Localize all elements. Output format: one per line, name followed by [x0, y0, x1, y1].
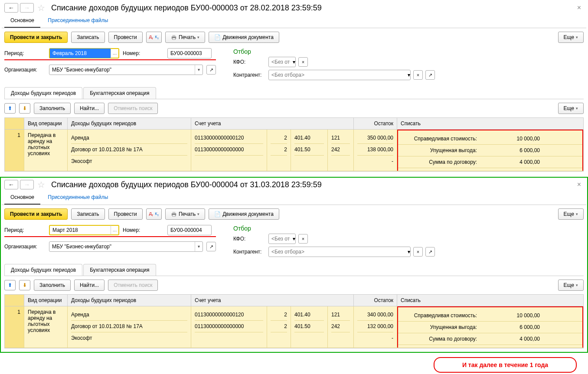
save-button[interactable]: Записать [71, 208, 105, 220]
tab-accounting-op[interactable]: Бухгалтерская операция [83, 87, 156, 99]
th-operation: Вид операции [24, 295, 68, 306]
period-picker-icon[interactable]: … [111, 225, 118, 235]
period-input[interactable] [50, 49, 111, 58]
th-rest: Остаток [354, 118, 397, 129]
write-value: 6 000,00 [480, 145, 543, 156]
kfo-dropdown-icon[interactable]: ▾ [293, 59, 295, 65]
org-dropdown-icon[interactable]: ▾ [195, 65, 203, 75]
counterparty-clear-button[interactable]: × [413, 70, 423, 80]
find-button[interactable]: Найти... [74, 103, 105, 114]
close-icon[interactable]: × [575, 4, 584, 12]
table-row[interactable]: 1 Передача варенду нальготныхусловиях Ар… [5, 130, 583, 171]
number-input[interactable] [168, 225, 211, 235]
fill-button[interactable]: Заполнить [34, 280, 71, 291]
cell-operation: Передача варенду нальготныхусловиях [24, 130, 68, 171]
kfo-clear-button[interactable]: × [298, 234, 308, 244]
find-button[interactable]: Найти... [74, 280, 105, 291]
close-icon[interactable]: × [575, 181, 584, 189]
document-title: Списание доходов будущих периодов БУ00-0… [51, 180, 322, 189]
th-operation: Вид операции [24, 118, 68, 129]
nav-forward-button[interactable]: → [20, 3, 34, 13]
post-button[interactable]: Провести [108, 208, 143, 220]
counterparty-open-button[interactable]: ↗ [425, 70, 435, 80]
org-open-button[interactable]: ↗ [206, 65, 216, 75]
period-input-wrap[interactable]: … [49, 48, 119, 59]
kfo-clear-button[interactable]: × [298, 57, 308, 67]
table-more-button[interactable]: Еще [558, 280, 584, 291]
period-input-wrap[interactable]: … [49, 225, 119, 235]
table-header: Вид операции Доходы будущих периодов Сче… [5, 118, 583, 130]
tab-future-income[interactable]: Доходы будущих периодов [4, 87, 82, 99]
dtcr-icon-button[interactable]: ДтКт [146, 208, 162, 220]
print-button[interactable]: Печать [165, 208, 205, 220]
print-button[interactable]: Печать [165, 32, 205, 43]
org-input[interactable] [49, 65, 195, 75]
favorite-icon[interactable]: ☆ [37, 179, 45, 190]
number-label: Номер: [123, 50, 164, 56]
org-input[interactable] [49, 242, 195, 251]
org-open-button[interactable]: ↗ [206, 242, 216, 251]
svg-rect-4 [172, 212, 175, 213]
tab-future-income[interactable]: Доходы будущих периодов [4, 264, 82, 276]
org-dropdown-icon[interactable]: ▾ [195, 242, 203, 251]
post-and-close-button[interactable]: Провести и закрыть [4, 32, 68, 43]
counterparty-clear-button[interactable]: × [413, 247, 423, 257]
write-label: Справедливая стоимость: [398, 310, 480, 321]
move-up-button[interactable]: ⬆ [4, 103, 16, 114]
number-input[interactable] [168, 49, 211, 58]
number-input-wrap[interactable] [167, 48, 212, 59]
counterparty-input-wrap[interactable]: ▾ [268, 247, 411, 257]
tab-accounting-op[interactable]: Бухгалтерская операция [83, 264, 156, 276]
counterparty-label: Контрагент: [233, 249, 266, 255]
write-label: Сумма по договору: [398, 333, 480, 345]
fill-button[interactable]: Заполнить [34, 103, 71, 114]
nav-back-button[interactable]: ← [4, 3, 18, 13]
more-button[interactable]: Еще [558, 208, 584, 220]
movements-button[interactable]: 📄 Движения документа [209, 208, 279, 220]
org-label: Организация: [4, 67, 46, 73]
org-input-wrap[interactable]: ▾ [49, 241, 203, 252]
counterparty-input-wrap[interactable]: ▾ [268, 70, 411, 80]
nav-tab-files[interactable]: Присоединенные файлы [42, 14, 114, 27]
counterparty-input[interactable] [269, 70, 408, 80]
print-icon [171, 211, 177, 217]
table-row[interactable]: 1 Передача варенду нальготныхусловиях Ар… [5, 306, 583, 348]
table-more-button[interactable]: Еще [558, 103, 584, 114]
nav-tab-main[interactable]: Основное [4, 191, 40, 205]
movements-button[interactable]: 📄 Движения документа [209, 32, 279, 43]
more-button[interactable]: Еще [558, 32, 584, 43]
move-down-button[interactable]: ⬇ [19, 103, 30, 114]
nav-back-button[interactable]: ← [4, 180, 18, 189]
period-picker-icon[interactable]: … [111, 49, 118, 58]
footer-note: И так далее в течение 1 года [434, 357, 577, 373]
counterparty-label: Контрагент: [233, 72, 266, 78]
move-up-button[interactable]: ⬆ [4, 280, 16, 290]
counterparty-dropdown-icon[interactable]: ▾ [408, 72, 410, 78]
nav-tab-main[interactable]: Основное [4, 14, 40, 28]
counterparty-input[interactable] [269, 247, 408, 257]
favorite-icon[interactable]: ☆ [37, 3, 45, 13]
move-down-button[interactable]: ⬇ [19, 280, 30, 290]
kfo-input-wrap[interactable]: ▾ [268, 234, 296, 244]
top-nav-tabs: Основное Присоединенные файлы [2, 191, 586, 205]
kfo-input[interactable] [269, 57, 293, 67]
save-button[interactable]: Записать [71, 32, 105, 43]
number-input-wrap[interactable] [167, 225, 212, 235]
period-input[interactable] [50, 225, 111, 235]
org-input-wrap[interactable]: ▾ [49, 65, 203, 75]
nav-tab-files[interactable]: Присоединенные файлы [42, 191, 114, 204]
kfo-input[interactable] [269, 234, 293, 244]
kfo-dropdown-icon[interactable]: ▾ [293, 236, 295, 242]
kfo-input-wrap[interactable]: ▾ [268, 57, 296, 67]
period-label: Период: [4, 50, 46, 56]
write-label: Сумма по договору: [398, 156, 480, 168]
counterparty-dropdown-icon[interactable]: ▾ [408, 249, 410, 255]
dtcr-icon-button[interactable]: ДтКт [146, 32, 162, 43]
cell-rest: 350 000,00138 000,00- [354, 130, 397, 171]
write-label: Упущенная выгода: [398, 145, 480, 156]
post-and-close-button[interactable]: Провести и закрыть [4, 208, 68, 220]
write-off-box: Справедливая стоимость: 10 000,00 Упущен… [397, 306, 583, 348]
counterparty-open-button[interactable]: ↗ [425, 247, 435, 257]
nav-forward-button[interactable]: → [20, 180, 34, 189]
post-button[interactable]: Провести [108, 32, 143, 43]
